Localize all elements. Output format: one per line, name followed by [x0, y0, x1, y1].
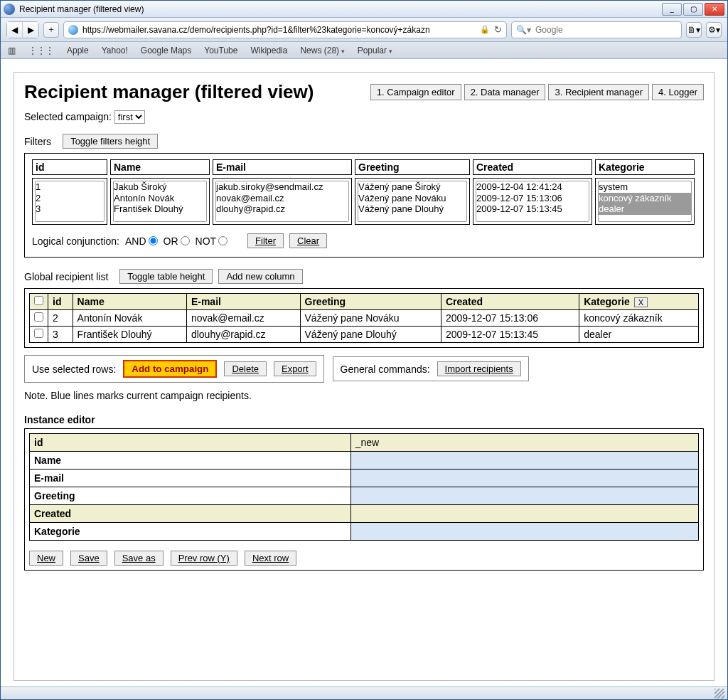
- bookmarks-icon[interactable]: ▥: [8, 46, 16, 55]
- search-input[interactable]: [535, 25, 677, 35]
- filter-header-created: Created: [473, 159, 592, 175]
- filter-name-select[interactable]: Jakub Široký Antonín Novák František Dlo…: [113, 181, 207, 222]
- bookmark-popular[interactable]: Popular: [358, 46, 392, 55]
- filter-kategorie-select[interactable]: system koncový zákazník dealer: [598, 181, 692, 222]
- filters-label: Filters: [24, 136, 51, 147]
- bookmark-google-maps[interactable]: Google Maps: [141, 46, 191, 55]
- page-content: Recipient manager (filtered view) 1. Cam…: [14, 72, 714, 681]
- apps-icon[interactable]: ⋮⋮⋮: [28, 46, 54, 55]
- close-button[interactable]: ✕: [705, 3, 724, 16]
- forward-button[interactable]: ▶: [23, 22, 38, 38]
- col-id[interactable]: id: [48, 294, 73, 310]
- list-label: Global recipient list: [24, 271, 108, 282]
- instance-editor-heading: Instance editor: [24, 414, 704, 425]
- maximize-button[interactable]: ▢: [683, 3, 703, 16]
- new-button[interactable]: New: [29, 551, 63, 566]
- add-new-column-button[interactable]: Add new column: [218, 269, 302, 284]
- toggle-filters-height-button[interactable]: Toggle filters height: [63, 134, 158, 149]
- filters-logic-row: Logical conjunction: AND OR NOT Filter C…: [32, 233, 696, 248]
- inst-val-name[interactable]: [350, 452, 698, 470]
- inst-val-kategorie[interactable]: [350, 523, 698, 541]
- titlebar: Recipient manager (filtered view) _ ▢ ✕: [1, 1, 727, 18]
- inst-val-created[interactable]: [350, 505, 698, 523]
- recipient-table: id Name E-mail Greeting Created Kategori…: [29, 293, 699, 343]
- filter-email-select[interactable]: jakub.siroky@sendmail.cz novak@email.cz …: [215, 181, 349, 222]
- window-buttons: _ ▢ ✕: [660, 3, 724, 16]
- logic-and[interactable]: AND: [125, 235, 158, 247]
- bookmark-news[interactable]: News (28): [300, 46, 344, 55]
- next-row-button[interactable]: Next row: [245, 551, 296, 566]
- filter-header-greeting: Greeting: [355, 159, 470, 175]
- instance-table: id_new Name E-mail Greeting Created Kate…: [29, 433, 699, 541]
- recipient-table-box: id Name E-mail Greeting Created Kategori…: [24, 288, 704, 348]
- filter-id-select[interactable]: 1 2 3: [35, 181, 105, 222]
- selected-campaign-label: Selected campaign:: [24, 111, 112, 122]
- selected-campaign-row: Selected campaign: first: [24, 110, 704, 124]
- col-greeting[interactable]: Greeting: [300, 294, 441, 310]
- remove-kategorie-column-button[interactable]: X: [634, 297, 648, 307]
- nav-recipient-manager[interactable]: 3. Recipient manager: [548, 84, 649, 100]
- lock-icon: 🔒: [480, 25, 490, 34]
- save-as-button[interactable]: Save as: [114, 551, 164, 566]
- bookmark-apple[interactable]: Apple: [67, 46, 89, 55]
- filter-header-name: Name: [110, 159, 210, 175]
- table-row[interactable]: 3 František Dlouhý dlouhy@rapid.cz Vážen…: [30, 327, 699, 343]
- search-icon: 🔍▾: [516, 25, 531, 35]
- note-text: Note. Blue lines marks current campaign …: [24, 390, 704, 401]
- filter-created-select[interactable]: 2009-12-04 12:41:24 2009-12-07 15:13:06 …: [476, 181, 589, 222]
- bookmark-wikipedia[interactable]: Wikipedia: [250, 46, 287, 55]
- export-button[interactable]: Export: [274, 361, 316, 376]
- save-button[interactable]: Save: [70, 551, 107, 566]
- command-row: Use selected rows: Add to campaign Delet…: [24, 355, 704, 383]
- col-kategorie[interactable]: KategorieX: [579, 294, 699, 310]
- row-checkbox[interactable]: [34, 329, 43, 338]
- nav-data-manager[interactable]: 2. Data manager: [464, 84, 546, 100]
- filters-grid: id Name E-mail Greeting Created Kategori…: [32, 159, 696, 225]
- prev-row-button[interactable]: Prev row (Y): [171, 551, 237, 566]
- col-email[interactable]: E-mail: [186, 294, 300, 310]
- nav-logger[interactable]: 4. Logger: [652, 84, 704, 100]
- app-icon: [4, 4, 15, 15]
- reload-icon[interactable]: ↻: [494, 24, 502, 35]
- logic-not[interactable]: NOT: [196, 235, 228, 247]
- minimize-button[interactable]: _: [662, 3, 682, 16]
- inst-val-email[interactable]: [350, 470, 698, 487]
- general-commands-group: General commands: Import recipients: [333, 356, 529, 381]
- clear-button[interactable]: Clear: [289, 233, 327, 248]
- filter-button[interactable]: Filter: [247, 233, 284, 248]
- row-checkbox[interactable]: [34, 312, 43, 322]
- instance-buttons: New Save Save as Prev row (Y) Next row: [29, 551, 699, 566]
- inst-key-email: E-mail: [30, 470, 351, 487]
- toggle-table-height-button[interactable]: Toggle table height: [119, 269, 213, 284]
- select-all-checkbox[interactable]: [34, 296, 43, 305]
- inst-val-greeting[interactable]: [350, 487, 698, 505]
- add-tab-button[interactable]: ＋: [43, 22, 59, 38]
- resize-grip-icon[interactable]: [714, 689, 724, 699]
- settings-icon[interactable]: ⚙▾: [706, 22, 722, 38]
- filter-header-kategorie: Kategorie: [595, 159, 695, 175]
- bookmark-yahoo[interactable]: Yahoo!: [102, 46, 128, 55]
- logic-or[interactable]: OR: [164, 235, 190, 247]
- general-commands-label: General commands:: [341, 364, 430, 375]
- browser-toolbar: ◀ ▶ ＋ 🔒 ↻ 🔍▾ 🗎▾ ⚙▾: [1, 18, 727, 42]
- filter-greeting-select[interactable]: Vážený pane Široký Vážený pane Nováku Vá…: [358, 181, 467, 222]
- window-title: Recipient manager (filtered view): [19, 4, 660, 14]
- page-menu-icon[interactable]: 🗎▾: [686, 22, 702, 38]
- inst-key-greeting: Greeting: [30, 487, 351, 505]
- url-input[interactable]: [82, 25, 476, 35]
- add-to-campaign-button[interactable]: Add to campaign: [123, 360, 217, 378]
- inst-val-id[interactable]: _new: [350, 434, 698, 452]
- col-created[interactable]: Created: [441, 294, 579, 310]
- selected-campaign-select[interactable]: first: [114, 110, 145, 124]
- import-recipients-button[interactable]: Import recipients: [437, 361, 521, 376]
- delete-button[interactable]: Delete: [224, 361, 267, 376]
- nav-campaign-editor[interactable]: 1. Campaign editor: [370, 84, 461, 100]
- back-button[interactable]: ◀: [7, 22, 23, 38]
- page-viewport: Recipient manager (filtered view) 1. Cam…: [1, 59, 727, 686]
- instance-editor-box: id_new Name E-mail Greeting Created Kate…: [24, 428, 704, 571]
- col-name[interactable]: Name: [73, 294, 186, 310]
- select-all-header: [30, 294, 48, 310]
- bookmark-youtube[interactable]: YouTube: [204, 46, 237, 55]
- inst-key-created: Created: [30, 505, 351, 523]
- table-row[interactable]: 2 Antonín Novák novak@email.cz Vážený pa…: [30, 310, 699, 327]
